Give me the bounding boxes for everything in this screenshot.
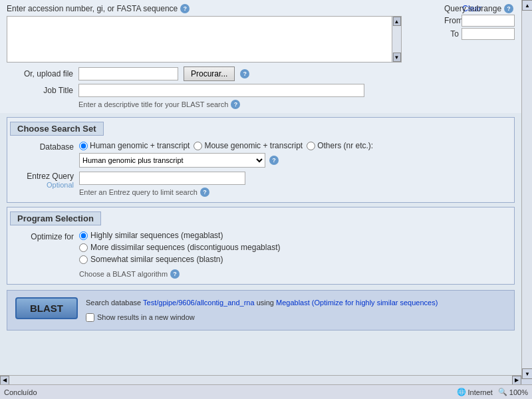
opt3-text: Somewhat similar sequences (blastn) bbox=[90, 255, 223, 264]
query-section: Enter accession number, gi, or FASTA seq… bbox=[0, 0, 521, 113]
radio-others-label: Others (nr etc.): bbox=[317, 141, 373, 150]
db-select-row: Human genomic plus transcript Mouse geno… bbox=[79, 153, 373, 168]
entrez-label: Entrez Query bbox=[14, 172, 74, 181]
upload-label: Or, upload file bbox=[7, 69, 73, 78]
search-set-box: Choose Search Set Database Human genomic… bbox=[7, 117, 515, 203]
descriptive-text: Enter a descriptive title for your BLAST… bbox=[78, 100, 228, 108]
query-label: Enter accession number, gi, or FASTA seq… bbox=[7, 4, 178, 13]
textarea-wrapper: ▲ ▼ bbox=[7, 16, 481, 63]
descriptive-text-row: Enter a descriptive title for your BLAST… bbox=[78, 100, 481, 109]
zoom-label: 100% bbox=[509, 388, 528, 396]
radio-mouse-input[interactable] bbox=[194, 142, 202, 150]
opt1-text: Highly similar sequences (megablast) bbox=[90, 231, 223, 240]
textarea-scrollbar[interactable]: ▲ ▼ bbox=[392, 16, 402, 63]
bottom-right: 🌐 Internet 🔍 100% bbox=[457, 388, 528, 396]
optimize-options: Highly similar sequences (megablast) Mor… bbox=[79, 231, 280, 279]
textarea-scroll-down[interactable]: ▼ bbox=[393, 53, 401, 62]
entrez-hint-text: Enter an Entrez query to limit search bbox=[79, 188, 198, 196]
scroll-down-btn[interactable]: ▼ bbox=[522, 368, 532, 379]
entrez-input[interactable] bbox=[79, 172, 245, 185]
blast-info: Search database Test/gpipe/9606/allconti… bbox=[86, 297, 506, 323]
opt2-label[interactable]: More dissimilar sequences (discontiguous… bbox=[79, 243, 280, 252]
database-radio-group: Human genomic + transcript Mouse genomic… bbox=[79, 141, 373, 150]
textarea-scroll-track bbox=[392, 26, 401, 53]
query-label-area: Enter accession number, gi, or FASTA seq… bbox=[7, 4, 190, 13]
radio-human-input[interactable] bbox=[79, 142, 88, 150]
upload-row: Or, upload file Procurar... ? bbox=[7, 66, 481, 81]
subrange-title-text: Query subrange bbox=[444, 4, 501, 13]
job-title-input[interactable] bbox=[78, 84, 364, 97]
optimize-label: Optimize for bbox=[14, 231, 74, 279]
job-title-label: Job Title bbox=[7, 86, 73, 95]
show-results-label: Show results in a new window bbox=[97, 312, 195, 324]
scroll-up-btn[interactable]: ▲ bbox=[522, 0, 532, 11]
desc-help-icon[interactable]: ? bbox=[231, 100, 240, 109]
radio-human-label: Human genomic + transcript bbox=[90, 141, 190, 150]
database-label: Database bbox=[14, 141, 74, 152]
show-results-row: Show results in a new window bbox=[86, 312, 506, 324]
right-scrollbar[interactable]: ▲ ▼ bbox=[521, 0, 532, 379]
optional-label: Optional bbox=[14, 181, 74, 189]
optimize-row: Optimize for Highly similar sequences (m… bbox=[14, 231, 507, 279]
opt1-label[interactable]: Highly similar sequences (megablast) bbox=[79, 231, 280, 240]
query-textarea[interactable] bbox=[7, 16, 392, 63]
radio-mouse-label: Mouse genomic + transcript bbox=[204, 141, 303, 150]
radio-mouse[interactable]: Mouse genomic + transcript bbox=[194, 141, 303, 150]
database-options: Human genomic + transcript Mouse genomic… bbox=[79, 141, 373, 168]
blast-info-text: Search database bbox=[86, 299, 141, 307]
database-row: Database Human genomic + transcript Mous… bbox=[14, 141, 507, 168]
scroll-track bbox=[522, 11, 532, 368]
job-row: Job Title bbox=[7, 84, 481, 97]
radio-human[interactable]: Human genomic + transcript bbox=[79, 141, 190, 150]
choose-algo-text: Choose a BLAST algorithm bbox=[79, 270, 168, 278]
opt1-radio[interactable] bbox=[79, 231, 88, 240]
zoom-area: 🔍 100% bbox=[498, 388, 528, 396]
program-selection-wrapper: Program Selection Optimize for Highly si… bbox=[7, 207, 515, 285]
blast-db-link[interactable]: Test/gpipe/9606/allcontig_and_rna bbox=[143, 299, 255, 307]
from-input[interactable] bbox=[462, 15, 515, 27]
blast-section: BLAST Search database Test/gpipe/9606/al… bbox=[7, 290, 515, 331]
zoom-icon: 🔍 bbox=[498, 388, 507, 396]
search-set-title: Choose Search Set bbox=[10, 122, 104, 136]
to-input[interactable] bbox=[462, 28, 515, 40]
blast-button[interactable]: BLAST bbox=[15, 297, 78, 319]
entrez-field-group: Enter an Entrez query to limit search ? bbox=[79, 172, 245, 197]
db-select[interactable]: Human genomic plus transcript Mouse geno… bbox=[79, 153, 265, 168]
opt3-radio[interactable] bbox=[79, 255, 88, 264]
h-scroll-left-btn[interactable]: ◀ bbox=[0, 376, 9, 385]
algo-help-icon[interactable]: ? bbox=[170, 269, 180, 279]
entrez-row: Entrez Query Optional Enter an Entrez qu… bbox=[14, 172, 507, 197]
opt3-label[interactable]: Somewhat similar sequences (blastn) bbox=[79, 255, 280, 264]
from-label: From bbox=[444, 16, 459, 25]
show-results-checkbox[interactable] bbox=[86, 313, 94, 322]
radio-others-input[interactable] bbox=[307, 142, 315, 150]
query-help-icon[interactable]: ? bbox=[180, 4, 190, 13]
main-container: Enter accession number, gi, or FASTA seq… bbox=[0, 0, 532, 399]
radio-others[interactable]: Others (nr etc.): bbox=[307, 141, 373, 150]
from-row: From bbox=[444, 15, 515, 27]
blast-algo-link[interactable]: Megablast (Optimize for highly similar s… bbox=[276, 299, 438, 307]
procurar-button[interactable]: Procurar... bbox=[184, 66, 235, 81]
upload-file-input[interactable] bbox=[78, 67, 178, 80]
opt2-radio[interactable] bbox=[79, 243, 88, 252]
to-row: To bbox=[444, 28, 515, 40]
to-label: To bbox=[444, 29, 459, 39]
subrange-help-icon[interactable]: ? bbox=[504, 4, 513, 13]
db-select-help-icon[interactable]: ? bbox=[269, 156, 279, 165]
program-selection-box: Program Selection Optimize for Highly si… bbox=[7, 207, 515, 285]
h-scroll-right-btn[interactable]: ▶ bbox=[512, 376, 521, 385]
upload-help-icon[interactable]: ? bbox=[240, 69, 249, 78]
subrange-title-row: Query subrange ? bbox=[444, 4, 515, 13]
program-selection-title: Program Selection bbox=[10, 211, 101, 225]
entrez-help-icon[interactable]: ? bbox=[200, 188, 209, 197]
h-scrollbar[interactable]: ◀ ▶ bbox=[0, 375, 521, 384]
internet-label: Internet bbox=[468, 388, 493, 396]
blast-using-text: using bbox=[257, 299, 276, 307]
opt2-text: More dissimilar sequences (discontiguous… bbox=[90, 243, 280, 252]
query-subrange: Query subrange ? From To bbox=[444, 4, 515, 40]
textarea-scroll-up[interactable]: ▲ bbox=[393, 17, 401, 26]
h-scroll-track bbox=[9, 376, 512, 384]
status-text: Concluído bbox=[4, 388, 37, 396]
search-set-wrapper: Choose Search Set Database Human genomic… bbox=[7, 117, 515, 203]
globe-icon: 🌐 bbox=[457, 388, 466, 396]
